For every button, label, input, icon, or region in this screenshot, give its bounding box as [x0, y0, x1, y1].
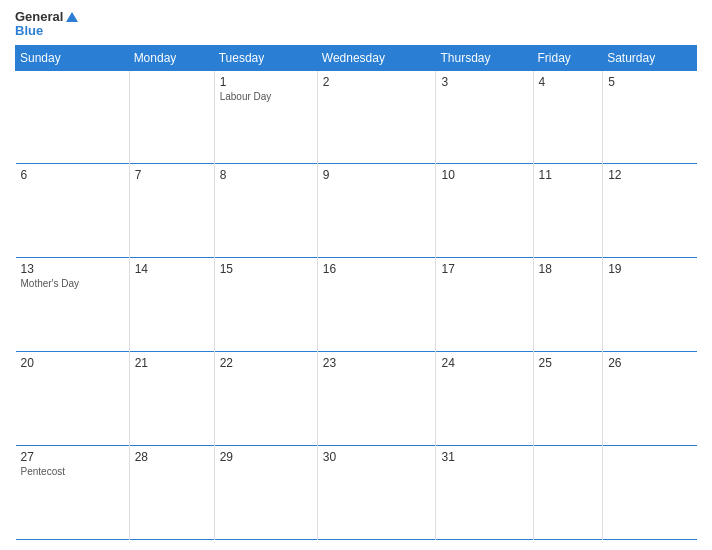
holiday-name: Pentecost — [21, 466, 124, 477]
calendar-cell: 16 — [317, 258, 436, 352]
calendar-cell: 3 — [436, 70, 533, 164]
top-bar: General Blue — [15, 10, 697, 39]
calendar-cell: 12 — [603, 164, 697, 258]
weekday-header-tuesday: Tuesday — [214, 45, 317, 70]
day-number: 1 — [220, 75, 312, 89]
day-number: 10 — [441, 168, 527, 182]
holiday-name: Mother's Day — [21, 278, 124, 289]
weekday-header-wednesday: Wednesday — [317, 45, 436, 70]
weekday-header-saturday: Saturday — [603, 45, 697, 70]
calendar-cell: 8 — [214, 164, 317, 258]
calendar-week-3: 20212223242526 — [16, 352, 697, 446]
day-number: 16 — [323, 262, 431, 276]
calendar-cell: 7 — [129, 164, 214, 258]
day-number: 30 — [323, 450, 431, 464]
calendar-cell: 18 — [533, 258, 603, 352]
day-number: 31 — [441, 450, 527, 464]
calendar-cell: 17 — [436, 258, 533, 352]
day-number: 4 — [539, 75, 598, 89]
day-number: 23 — [323, 356, 431, 370]
calendar-cell: 9 — [317, 164, 436, 258]
day-number: 5 — [608, 75, 691, 89]
calendar-cell: 19 — [603, 258, 697, 352]
day-number: 6 — [21, 168, 124, 182]
calendar-week-2: 13Mother's Day141516171819 — [16, 258, 697, 352]
day-number: 25 — [539, 356, 598, 370]
calendar-cell: 26 — [603, 352, 697, 446]
day-number: 12 — [608, 168, 691, 182]
calendar-cell: 21 — [129, 352, 214, 446]
day-number: 2 — [323, 75, 431, 89]
weekday-header-sunday: Sunday — [16, 45, 130, 70]
calendar-table: SundayMondayTuesdayWednesdayThursdayFrid… — [15, 45, 697, 540]
calendar-cell: 14 — [129, 258, 214, 352]
logo: General Blue — [15, 10, 78, 39]
calendar-cell — [603, 446, 697, 540]
logo-triangle-icon — [66, 12, 78, 22]
day-number: 20 — [21, 356, 124, 370]
calendar-cell: 30 — [317, 446, 436, 540]
day-number: 26 — [608, 356, 691, 370]
holiday-name: Labour Day — [220, 91, 312, 102]
day-number: 18 — [539, 262, 598, 276]
calendar-cell: 13Mother's Day — [16, 258, 130, 352]
day-number: 8 — [220, 168, 312, 182]
calendar-cell: 15 — [214, 258, 317, 352]
logo-general: General — [15, 10, 63, 24]
calendar-cell: 31 — [436, 446, 533, 540]
day-number: 21 — [135, 356, 209, 370]
day-number: 15 — [220, 262, 312, 276]
calendar-cell: 10 — [436, 164, 533, 258]
calendar-cell: 23 — [317, 352, 436, 446]
day-number: 7 — [135, 168, 209, 182]
day-number: 9 — [323, 168, 431, 182]
calendar-cell: 29 — [214, 446, 317, 540]
day-number: 28 — [135, 450, 209, 464]
logo-blue: Blue — [15, 24, 78, 38]
weekday-header-thursday: Thursday — [436, 45, 533, 70]
day-number: 14 — [135, 262, 209, 276]
day-number: 29 — [220, 450, 312, 464]
calendar-cell — [16, 70, 130, 164]
calendar-cell: 6 — [16, 164, 130, 258]
calendar-cell: 11 — [533, 164, 603, 258]
calendar-cell: 22 — [214, 352, 317, 446]
calendar-cell: 25 — [533, 352, 603, 446]
calendar-cell: 24 — [436, 352, 533, 446]
weekday-header-row: SundayMondayTuesdayWednesdayThursdayFrid… — [16, 45, 697, 70]
calendar-cell — [533, 446, 603, 540]
day-number: 13 — [21, 262, 124, 276]
day-number: 24 — [441, 356, 527, 370]
calendar-cell — [129, 70, 214, 164]
day-number: 17 — [441, 262, 527, 276]
calendar-week-0: 1Labour Day2345 — [16, 70, 697, 164]
calendar-cell: 28 — [129, 446, 214, 540]
day-number: 11 — [539, 168, 598, 182]
calendar-week-1: 6789101112 — [16, 164, 697, 258]
calendar-cell: 1Labour Day — [214, 70, 317, 164]
calendar-cell: 2 — [317, 70, 436, 164]
weekday-header-monday: Monday — [129, 45, 214, 70]
day-number: 27 — [21, 450, 124, 464]
weekday-header-friday: Friday — [533, 45, 603, 70]
calendar-cell: 27Pentecost — [16, 446, 130, 540]
calendar-cell: 5 — [603, 70, 697, 164]
calendar-cell: 4 — [533, 70, 603, 164]
calendar-cell: 20 — [16, 352, 130, 446]
day-number: 19 — [608, 262, 691, 276]
day-number: 3 — [441, 75, 527, 89]
calendar-week-4: 27Pentecost28293031 — [16, 446, 697, 540]
day-number: 22 — [220, 356, 312, 370]
